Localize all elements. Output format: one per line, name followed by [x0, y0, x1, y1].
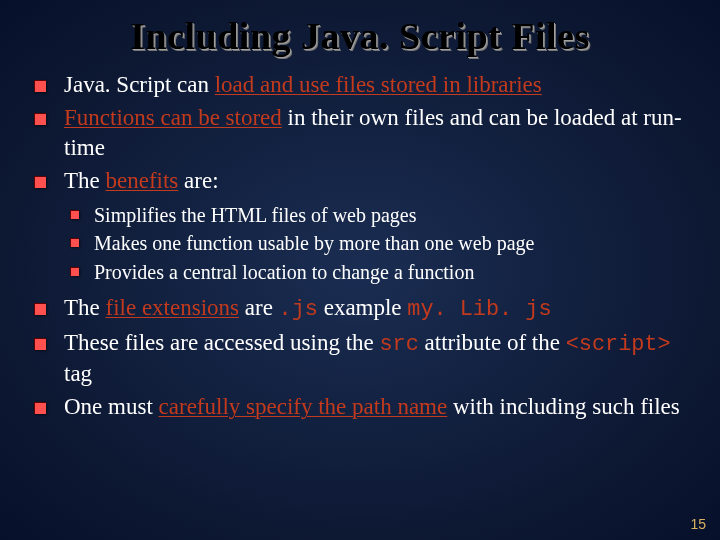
slide-title: Including Java. Script Files	[0, 0, 720, 62]
text: Provides a central location to change a …	[94, 261, 474, 283]
sub-bullet-list: Simplifies the HTML files of web pages M…	[64, 202, 690, 285]
text: Java. Script can	[64, 72, 215, 97]
emphasis: benefits	[106, 168, 179, 193]
text: are:	[178, 168, 218, 193]
page-number: 15	[690, 516, 706, 532]
list-item: Provides a central location to change a …	[64, 259, 690, 285]
list-item: The benefits are: Simplifies the HTML fi…	[30, 166, 690, 285]
emphasis: Functions can be stored	[64, 105, 282, 130]
code: my. Lib. js	[407, 297, 551, 322]
text: These files are accessed using the	[64, 330, 379, 355]
emphasis: file extensions	[106, 295, 240, 320]
list-item: The file extensions are .js example my. …	[30, 293, 690, 324]
text: attribute of the	[419, 330, 566, 355]
code: src	[379, 332, 418, 357]
text: Makes one function usable by more than o…	[94, 232, 534, 254]
emphasis: load and use files stored in libraries	[215, 72, 542, 97]
code: <script>	[566, 332, 671, 357]
list-item: Functions can be stored in their own fil…	[30, 103, 690, 162]
text: example	[318, 295, 407, 320]
list-item: These files are accessed using the src a…	[30, 328, 690, 388]
list-item: One must carefully specify the path name…	[30, 392, 690, 421]
text: The	[64, 168, 106, 193]
text: with including such files	[447, 394, 680, 419]
list-item: Simplifies the HTML files of web pages	[64, 202, 690, 228]
code: .js	[279, 297, 318, 322]
emphasis: carefully specify the path name	[159, 394, 448, 419]
text: One must	[64, 394, 159, 419]
text: tag	[64, 361, 92, 386]
list-item: Java. Script can load and use files stor…	[30, 70, 690, 99]
text: Simplifies the HTML files of web pages	[94, 204, 417, 226]
text: are	[239, 295, 279, 320]
list-item: Makes one function usable by more than o…	[64, 230, 690, 256]
text: The	[64, 295, 106, 320]
bullet-list: Java. Script can load and use files stor…	[30, 70, 690, 422]
